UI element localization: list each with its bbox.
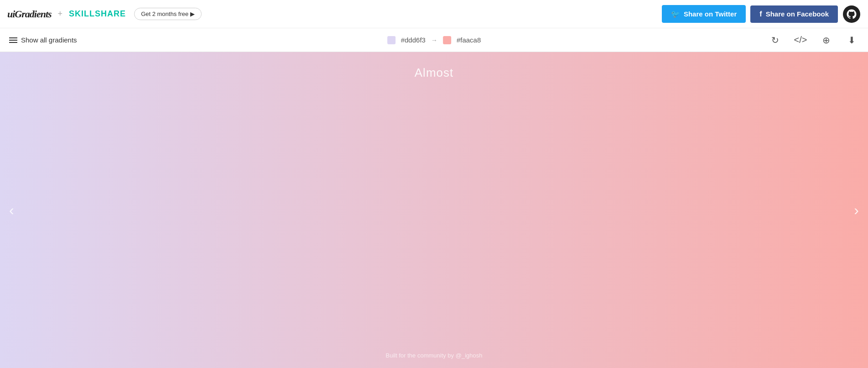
gradient-display: Almost ‹ › Built for the community by @_… xyxy=(0,52,868,368)
facebook-icon: f xyxy=(759,10,762,18)
plus-circle-icon: ⊕ xyxy=(822,35,830,46)
toolbar-actions: ↻ </> ⊕ ⬇ xyxy=(768,33,859,47)
next-gradient-button[interactable]: › xyxy=(849,197,863,223)
skillshare-link[interactable]: SKILLSHARE xyxy=(69,9,126,19)
refresh-button[interactable]: ↻ xyxy=(768,33,782,47)
refresh-icon: ↻ xyxy=(771,35,779,46)
github-button[interactable] xyxy=(842,5,861,23)
nav-left: uiGradients + SKILLSHARE Get 2 months fr… xyxy=(7,8,202,20)
add-button[interactable]: ⊕ xyxy=(819,33,833,47)
color-from-label: #ddd6f3 xyxy=(401,36,426,44)
nav-plus: + xyxy=(58,9,63,19)
footer-credit: Built for the community by @_ighosh xyxy=(386,352,483,359)
arrow-right-icon: → xyxy=(431,37,437,44)
twitter-icon: 🐦 xyxy=(671,10,680,18)
color-to-label: #faaca8 xyxy=(457,36,481,44)
download-icon: ⬇ xyxy=(848,35,856,46)
color-swatch-from xyxy=(387,36,395,44)
logo: uiGradients xyxy=(7,8,52,20)
twitter-share-button[interactable]: 🐦 Share on Twitter xyxy=(662,5,746,23)
twitter-btn-label: Share on Twitter xyxy=(684,10,737,18)
facebook-share-button[interactable]: f Share on Facebook xyxy=(750,5,838,23)
prev-gradient-button[interactable]: ‹ xyxy=(5,197,19,223)
github-icon xyxy=(843,5,860,23)
free-months-button[interactable]: Get 2 months free ▶ xyxy=(134,8,202,20)
nav-right: 🐦 Share on Twitter f Share on Facebook xyxy=(662,5,861,23)
toolbar: Show all gradients #ddd6f3 → #faaca8 ↻ <… xyxy=(0,28,868,52)
color-swatch-to xyxy=(443,36,451,44)
facebook-btn-label: Share on Facebook xyxy=(766,10,829,18)
hamburger-icon xyxy=(9,37,17,43)
show-all-label: Show all gradients xyxy=(21,36,77,44)
code-button[interactable]: </> xyxy=(793,33,808,47)
download-button[interactable]: ⬇ xyxy=(844,33,859,47)
top-nav: uiGradients + SKILLSHARE Get 2 months fr… xyxy=(0,0,868,28)
show-all-gradients-button[interactable]: Show all gradients xyxy=(9,36,77,44)
code-icon: </> xyxy=(794,35,807,45)
gradient-title: Almost xyxy=(415,66,453,80)
color-info: #ddd6f3 → #faaca8 xyxy=(387,36,481,44)
